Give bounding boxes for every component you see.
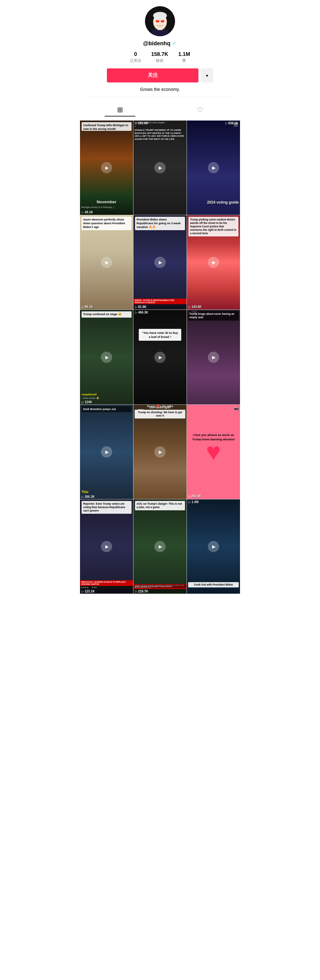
video-item[interactable]: President Biden slams Republicans for go… <box>134 215 186 310</box>
action-row: 关注 ▾ <box>107 68 213 83</box>
play-button[interactable] <box>101 162 112 173</box>
likes-label: 赞 <box>182 58 186 64</box>
play-button[interactable] <box>101 352 112 363</box>
play-button[interactable] <box>154 541 166 552</box>
play-button[interactable] <box>101 257 112 268</box>
tab-liked[interactable]: ♡ <box>185 104 216 116</box>
video-item[interactable]: Trump brags about never having an empty … <box>187 310 240 404</box>
followers-stat: 158.7K 粉丝 <box>151 51 169 64</box>
play-button[interactable] <box>154 352 166 363</box>
svg-point-5 <box>153 12 167 19</box>
username-row: @bidenhq ✓ <box>143 40 177 47</box>
likes-count: 1.1M <box>178 51 190 57</box>
video-item[interactable]: Gavin Newsom perfectly shuts down questi… <box>80 215 133 310</box>
profile-divider <box>85 97 235 97</box>
verified-badge: ✓ <box>172 40 177 47</box>
following-count: 0 <box>134 51 137 57</box>
followers-count: 158.7K <box>151 51 169 57</box>
profile-section: @bidenhq ✓ 0 已关注 158.7K 粉丝 1.1M 赞 关注 ▾ G… <box>80 0 240 100</box>
play-button[interactable] <box>154 162 166 173</box>
play-button[interactable] <box>154 257 166 268</box>
video-item[interactable]: complexsneakers and complex ··· "DONALD … <box>134 121 186 215</box>
video-item[interactable]: Trump confused on stage 😵 respekered ♪ A… <box>80 310 133 404</box>
play-button[interactable] <box>208 257 219 268</box>
video-item[interactable]: "You have voter ID to buy a loaf of brea… <box>134 310 186 404</box>
video-item[interactable]: Trump picking some random MAGA weirdo of… <box>187 215 240 310</box>
bio-text: Grows the economy. <box>140 87 180 92</box>
followers-label: 粉丝 <box>156 58 164 64</box>
play-button[interactable] <box>208 162 219 173</box>
svg-point-8 <box>156 20 158 22</box>
play-button[interactable] <box>101 446 112 458</box>
video-title-text: Confused Trump tells Michigan to vote in… <box>83 124 130 131</box>
play-button[interactable] <box>208 541 219 552</box>
avatar <box>145 6 175 36</box>
tab-grid[interactable]: ⊞ <box>105 104 135 116</box>
following-stat: 0 已关注 <box>130 51 141 64</box>
likes-stat: 1.1M 赞 <box>178 51 190 64</box>
video-item[interactable]: Cook Out with President Biden ▷ 1.4M <box>187 500 240 594</box>
play-button[interactable] <box>101 541 112 552</box>
video-grid: Confused Trump tells Michigan to vote in… <box>80 121 240 594</box>
video-item[interactable]: Confused Trump tells Michigan to vote in… <box>80 121 133 215</box>
heart-text: I love you almost as much as Trump loves… <box>188 433 239 441</box>
video-bottom: November Michigan primary is in February… <box>80 210 133 215</box>
play-button[interactable] <box>154 446 166 458</box>
grid-icon: ⊞ <box>117 106 123 114</box>
video-item[interactable]: AOC on Trump's danger: This is not a jok… <box>134 500 186 594</box>
tabs-section: ⊞ ♡ <box>80 100 240 121</box>
heart-icon: ♡ <box>197 106 203 114</box>
video-item[interactable]: One month apart Trump on shooting: We ha… <box>134 405 186 499</box>
video-item[interactable]: ♥ I love you almost as much as Trump lov… <box>187 405 240 499</box>
stats-row: 0 已关注 158.7K 粉丝 1.1M 赞 <box>130 51 190 64</box>
following-label: 已关注 <box>130 58 141 64</box>
camera-icon: 📷 <box>234 123 238 127</box>
save-icon: 📷 <box>234 406 239 410</box>
username-text: @bidenhq <box>143 40 170 47</box>
video-item[interactable]: Dark Brandon jumps out You ▷ 366.3K <box>80 405 133 499</box>
svg-point-9 <box>162 20 164 22</box>
video-item[interactable]: Reporter: Even Trump voters are voting b… <box>80 500 133 594</box>
more-button[interactable]: ▾ <box>201 68 213 83</box>
play-button[interactable] <box>208 352 219 363</box>
video-item[interactable]: 📷 2024 voting guide ▷ 838.5K <box>187 121 240 215</box>
follow-button[interactable]: 关注 <box>107 68 199 83</box>
